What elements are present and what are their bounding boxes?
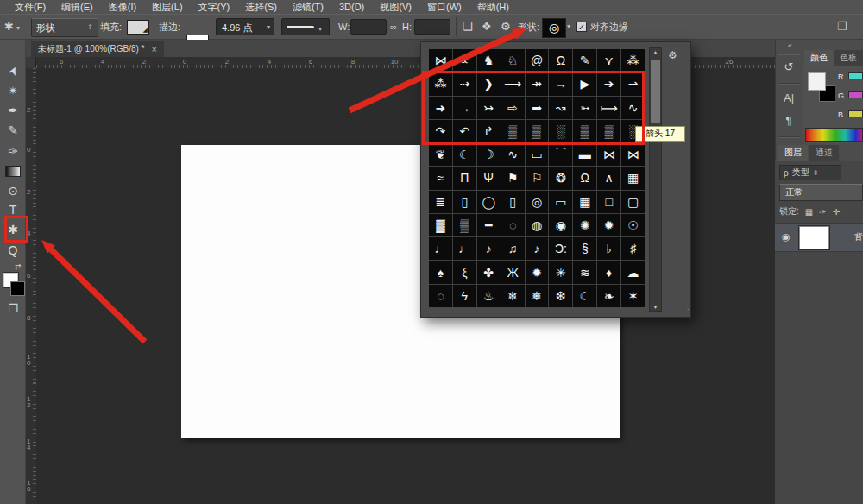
magic-wand-tool[interactable]: ✴ bbox=[0, 81, 26, 100]
shape-splatter[interactable]: ✺ bbox=[573, 214, 596, 236]
shape-maple-leaf[interactable]: ✶ bbox=[621, 285, 645, 307]
lock-icon-2[interactable]: ✛ bbox=[833, 207, 840, 217]
shape-bass-clef[interactable]: Ɔ: bbox=[549, 237, 572, 260]
document-tab[interactable]: 未标题-1 @ 100%(RGB/8) * × bbox=[31, 41, 164, 57]
shape-fish[interactable]: ∝ bbox=[453, 49, 476, 72]
move-tool[interactable]: ➤ bbox=[0, 61, 26, 80]
shape-pine-tree[interactable]: ♠ bbox=[429, 261, 452, 283]
screen-mode-icon[interactable]: ❐ bbox=[0, 302, 26, 315]
shape-carrot[interactable]: ✎ bbox=[573, 49, 596, 72]
height-input[interactable] bbox=[414, 19, 450, 35]
shape-divider[interactable]: ≣ bbox=[429, 191, 452, 213]
channel-slider-B[interactable] bbox=[848, 110, 863, 117]
menu-item-9[interactable]: 窗口(W) bbox=[419, 0, 469, 14]
shape-snowflake-3[interactable]: ❆ bbox=[549, 285, 572, 307]
shape-cloud-outline[interactable]: ◌ bbox=[429, 285, 452, 307]
tool-preset-picker[interactable]: ✱ ▾ bbox=[4, 18, 20, 35]
stroke-width-field[interactable]: 4.96 点 ▾ bbox=[216, 18, 274, 35]
shape-flat[interactable]: ♭ bbox=[597, 237, 620, 260]
lock-icon-1[interactable]: ✑ bbox=[819, 207, 826, 217]
menu-item-1[interactable]: 编辑(E) bbox=[54, 0, 101, 14]
tab-swatches[interactable]: 色板 bbox=[834, 50, 863, 66]
background-color-swatch[interactable] bbox=[10, 281, 25, 296]
menu-item-8[interactable]: 视图(V) bbox=[372, 0, 419, 14]
shape-frame-rect-3[interactable]: ▭ bbox=[549, 191, 572, 213]
mixer-brush-tool[interactable]: ✑ bbox=[0, 142, 26, 161]
shape-snowflake-2[interactable]: ❅ bbox=[526, 285, 549, 307]
tab-layers[interactable]: 图层 bbox=[778, 145, 808, 161]
shape-thumbnail[interactable]: ◎ bbox=[542, 18, 566, 38]
scrollbar-thumb[interactable] bbox=[651, 60, 660, 123]
shape-banner-3[interactable]: ▬ bbox=[573, 143, 596, 166]
lock-icon-0[interactable]: ▦ bbox=[805, 207, 813, 217]
menu-item-4[interactable]: 文字(Y) bbox=[191, 0, 238, 14]
shape-texture-2[interactable]: ▒ bbox=[453, 214, 476, 236]
shape-bird[interactable]: ⋎ bbox=[597, 49, 620, 72]
shape-leaf[interactable]: ❧ bbox=[597, 285, 620, 307]
shape-wavy-flag[interactable]: ⚐ bbox=[526, 167, 549, 189]
path-arrange-icon[interactable]: ❖ bbox=[482, 18, 492, 35]
shape-note-3[interactable]: ♪ bbox=[477, 237, 501, 260]
channel-slider-R[interactable] bbox=[848, 72, 863, 79]
menu-item-2[interactable]: 图像(I) bbox=[101, 0, 144, 14]
scrollbar[interactable]: ▲ ▼ bbox=[649, 47, 662, 312]
resize-grip-icon[interactable]: ⋰ bbox=[682, 308, 689, 316]
shape-frame-rect-1[interactable]: ▯ bbox=[453, 191, 476, 213]
shape-stamp-frame[interactable]: ▦ bbox=[573, 191, 596, 213]
foreground-color-swatch[interactable] bbox=[808, 72, 826, 91]
align-edges-checkbox[interactable]: ✓ bbox=[576, 22, 587, 32]
brush-tool[interactable]: ✎ bbox=[0, 121, 26, 140]
eye-icon[interactable]: ◉ bbox=[782, 231, 791, 243]
shape-note-2[interactable]: ♩ bbox=[453, 237, 476, 260]
shape-moon[interactable]: ☾ bbox=[573, 285, 596, 307]
path-operations-icon[interactable]: ❏ bbox=[463, 18, 473, 35]
shape-texture-1[interactable]: ▓ bbox=[429, 214, 452, 236]
gradient-tool[interactable] bbox=[0, 161, 26, 180]
stroke-style-picker[interactable]: ▾ bbox=[281, 18, 330, 35]
scroll-down-icon[interactable]: ▼ bbox=[650, 304, 661, 310]
shape-dog[interactable]: ♘ bbox=[501, 49, 525, 72]
shape-ribbon-wave[interactable]: ≈ bbox=[429, 167, 452, 189]
shape-flag[interactable]: ⚑ bbox=[501, 167, 525, 189]
layer-filter-select[interactable]: ρ 类型 ⇕ bbox=[779, 165, 841, 180]
shape-pedestal[interactable]: Π bbox=[453, 167, 476, 189]
shape-bone[interactable]: ⋈ bbox=[429, 49, 452, 72]
shape-snowflake-1[interactable]: ❄ bbox=[501, 285, 525, 307]
blend-mode-select[interactable]: 正常 bbox=[779, 184, 863, 201]
shape-frame-oval-2[interactable]: ◎ bbox=[526, 191, 549, 213]
tool-mode-select[interactable]: 形状⇕ bbox=[31, 18, 98, 37]
shape-cloud[interactable]: ☁ bbox=[621, 261, 645, 283]
shape-bowtie[interactable]: ⋈ bbox=[621, 143, 645, 166]
close-icon[interactable]: × bbox=[152, 41, 157, 57]
dodge-tool[interactable]: ⊙ bbox=[0, 181, 26, 200]
shape-ribbon-loop[interactable]: Ω bbox=[573, 167, 596, 189]
menu-item-3[interactable]: 图层(L) bbox=[144, 0, 190, 14]
swap-colors-icon[interactable]: ⇄ bbox=[15, 262, 22, 271]
shape-paw-print[interactable]: ⁂ bbox=[621, 49, 645, 72]
chevron-down-icon[interactable]: ▾ bbox=[567, 18, 570, 35]
menu-item-6[interactable]: 滤镜(T) bbox=[285, 0, 331, 14]
shape-seal[interactable]: ❂ bbox=[549, 167, 572, 189]
shape-crescent-2[interactable]: ☽ bbox=[477, 143, 501, 166]
paragraph-panel-icon[interactable]: ¶ bbox=[776, 114, 802, 127]
scroll-up-icon[interactable]: ▲ bbox=[650, 49, 661, 55]
menu-item-7[interactable]: 3D(D) bbox=[331, 0, 372, 14]
history-panel-icon[interactable]: ↺ bbox=[776, 60, 802, 73]
shape-snail[interactable]: @ bbox=[526, 49, 549, 72]
menu-item-5[interactable]: 选择(S) bbox=[237, 0, 285, 14]
collapse-panels-icon[interactable]: « bbox=[788, 41, 791, 50]
shape-awareness-ribbon[interactable]: ∧ bbox=[597, 167, 620, 189]
shape-grunge-circle-2[interactable]: ◍ bbox=[526, 214, 549, 236]
shape-banner-4[interactable]: ⋈ bbox=[597, 143, 620, 166]
shape-trophy[interactable]: Ψ bbox=[477, 167, 501, 189]
character-panel-icon[interactable]: A| bbox=[776, 91, 802, 104]
shape-sharp[interactable]: ♯ bbox=[621, 237, 645, 260]
shape-waves[interactable]: ≋ bbox=[573, 261, 596, 283]
shape-note-1[interactable]: ♩ bbox=[429, 237, 452, 260]
shape-rabbit[interactable]: Ω bbox=[549, 49, 572, 72]
tab-color[interactable]: 颜色 bbox=[804, 50, 834, 66]
gear-icon[interactable]: ⚙ bbox=[668, 49, 677, 61]
shape-banner-2[interactable]: ⌒ bbox=[549, 143, 572, 166]
channel-slider-G[interactable] bbox=[848, 91, 863, 98]
shape-film-frame[interactable]: ▦ bbox=[621, 167, 645, 189]
